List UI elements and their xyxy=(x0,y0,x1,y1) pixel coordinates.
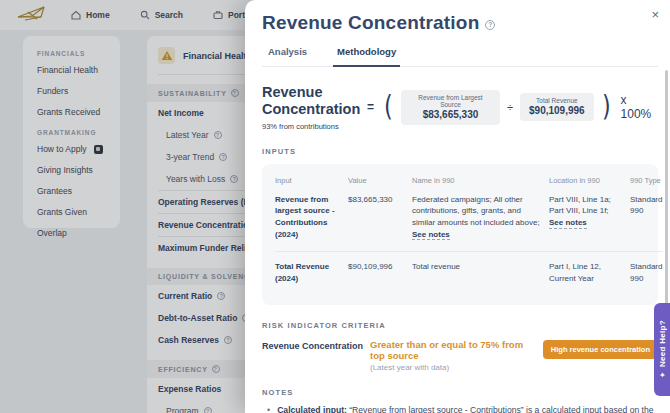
need-help-label: Need Help? xyxy=(658,320,667,367)
tab-analysis[interactable]: Analysis xyxy=(268,46,307,66)
see-notes-link[interactable]: See notes xyxy=(549,218,587,229)
denominator-chip: Total Revenue $90,109,996 xyxy=(520,93,594,121)
close-paren: ) xyxy=(602,93,611,121)
col-header-name: Name in 990 xyxy=(412,176,540,194)
notes-section-label: NOTES xyxy=(262,388,658,397)
cell-value: $90,109,996 xyxy=(348,261,403,293)
bullet-point: • xyxy=(267,404,270,413)
formula-row: Revenue Concentration 93% from contribut… xyxy=(262,84,658,131)
numerator-chip: Revenue from Largest Source $83,665,330 xyxy=(401,90,500,125)
risk-status-badge: High revenue concentration xyxy=(543,340,658,359)
col-header-type: 990 Type xyxy=(630,176,662,194)
cell-name: Total revenue xyxy=(412,261,540,293)
denominator-label: Total Revenue xyxy=(529,97,585,104)
numerator-value: $83,665,330 xyxy=(410,109,491,120)
cell-location: Part I, Line 12, Current Year xyxy=(549,261,621,293)
see-notes-link[interactable]: See notes xyxy=(412,230,450,241)
modal-tabs: Analysis Methodology xyxy=(262,46,658,67)
cell-value: $83,665,330 xyxy=(348,194,403,249)
risk-metric-name: Revenue Concentration xyxy=(262,339,370,351)
table-row-divider xyxy=(275,251,662,252)
risk-criteria: Greater than or equal to 75% from top so… xyxy=(370,339,535,361)
cell-name-text: Federated campaigns; All other contribut… xyxy=(412,195,540,227)
cell-name: Federated campaigns; All other contribut… xyxy=(412,194,540,249)
cell-input: Total Revenue (2024) xyxy=(275,261,339,293)
equals-sign: = xyxy=(367,100,374,114)
col-header-value: Value xyxy=(348,176,403,194)
divide-sign: ÷ xyxy=(507,101,513,113)
cell-location: Part VIII, Line 1a; Part VIII, Line 1f; … xyxy=(549,194,621,249)
numerator-label: Revenue from Largest Source xyxy=(410,94,491,108)
sparkle-icon: ✦ xyxy=(658,367,667,379)
formula-metric-name: Revenue Concentration xyxy=(262,84,358,119)
cell-type: Standard 990 xyxy=(630,194,662,249)
col-header-input: Input xyxy=(275,176,339,194)
revenue-concentration-modal: × Revenue Concentration Analysis Methodo… xyxy=(245,0,670,413)
inputs-table: Input Value Name in 990 Location in 990 … xyxy=(275,176,646,294)
note-item: Calculated input: “Revenue from largest … xyxy=(277,404,654,413)
inputs-section-label: INPUTS xyxy=(262,147,658,156)
formula-metric-subtext: 93% from contributions xyxy=(262,122,358,131)
denominator-value: $90,109,996 xyxy=(529,105,585,116)
risk-section-label: RISK INDICATOR CRITERIA xyxy=(262,321,658,330)
multiplier: x 100% xyxy=(621,93,658,121)
col-header-location: Location in 990 xyxy=(549,176,621,194)
need-help-tab[interactable]: ✦ Need Help? xyxy=(654,303,670,396)
info-icon[interactable] xyxy=(485,20,495,30)
cell-type: Standard 990 xyxy=(630,261,662,293)
note-lead: Calculated input: xyxy=(277,405,347,413)
cell-input: Revenue from largest source - Contributi… xyxy=(275,194,339,249)
open-paren: ( xyxy=(384,93,393,121)
modal-title: Revenue Concentration xyxy=(262,12,479,34)
risk-indicator-row: Revenue Concentration Greater than or eq… xyxy=(262,339,658,372)
risk-criteria-subtext: (Latest year with data) xyxy=(370,363,535,372)
cell-location-text: Part VIII, Line 1a; Part VIII, Line 1f; xyxy=(549,195,611,216)
inputs-table-card: Input Value Name in 990 Location in 990 … xyxy=(262,164,658,306)
tab-methodology[interactable]: Methodology xyxy=(337,46,396,66)
close-icon[interactable]: × xyxy=(651,8,659,21)
notes-list: • Calculated input: “Revenue from larges… xyxy=(262,404,658,413)
